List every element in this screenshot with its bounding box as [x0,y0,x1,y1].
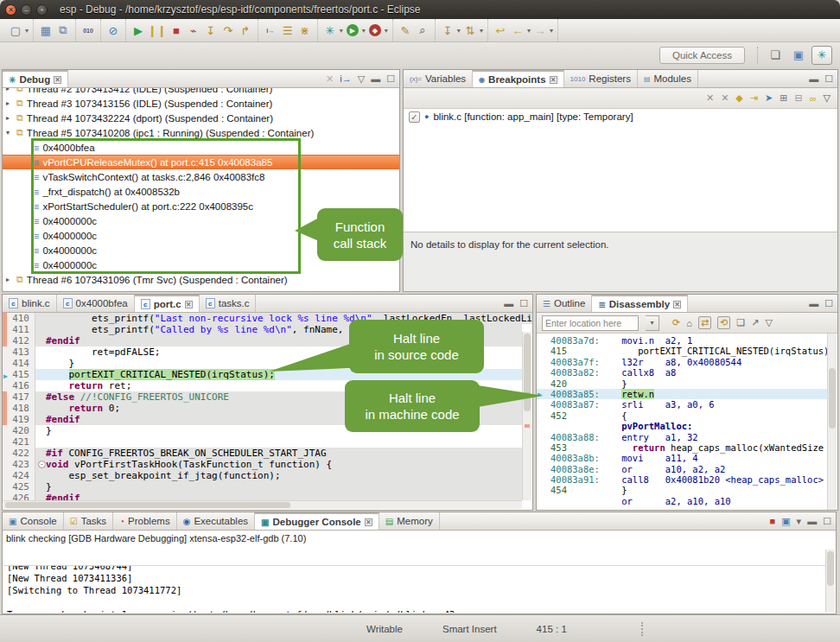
skip-all-icon[interactable]: ➤ [765,92,773,104]
debug-dropdown-icon[interactable]: ▾ [340,27,343,35]
tab-variables[interactable]: (x)=Variables [404,70,473,87]
disassembly-row[interactable]: 40083a87: srli a3, a0, 6 [537,399,828,410]
remove-breakpoint-icon[interactable]: ✕ [706,92,714,104]
save-icon[interactable]: ▦ [38,22,54,39]
debug-icon[interactable]: ✳ [322,22,338,39]
terminate-icon[interactable]: ■ [169,22,184,39]
disconnect-icon[interactable]: ⌁ [186,22,201,39]
line-number[interactable]: 413 [3,346,35,358]
stack-frame-row[interactable]: ≡0x4000bfea [3,140,399,155]
add-bookmark-icon[interactable]: ↧ [440,22,455,39]
expand-all-icon[interactable]: ⊞ [780,92,787,104]
code-line-422[interactable]: 422#if CONFIG_FREERTOS_BREAK_ON_SCHEDULE… [3,448,522,459]
disassembly-row[interactable]: 40083a8b: movi a11, 4 [537,453,828,463]
cpp-perspective-icon[interactable]: ▣ [788,46,809,65]
disassembly-row[interactable]: or a2, a10, a10 [537,496,828,506]
disassembly-listing[interactable]: 40083a7d: movi.n a2, 1415 portEXIT_CRITI… [537,335,828,506]
view-menu-icon[interactable]: ▽ [824,92,830,104]
stack-frame-row[interactable]: ≡vTaskSwitchContext() at tasks.c:2,846 0… [3,169,399,184]
code-line-425[interactable]: 425} [3,481,522,493]
suspend-icon[interactable]: ❙❙ [148,22,167,39]
tab-debug[interactable]: ✳ Debug ✕ [3,70,68,87]
disassembly-row[interactable]: 40083a8e: or a10, a2, a2 [537,464,828,474]
step-into-icon[interactable]: ↧ [203,22,219,39]
maximize-window-icon[interactable]: + [36,4,48,16]
tab-tasks[interactable]: ☑Tasks [64,512,113,530]
search-icon[interactable]: ⌕ [415,22,430,39]
tab-executables[interactable]: ◉Executables [177,512,255,530]
home-icon[interactable]: ⌂ [686,318,692,328]
open-new-view-icon[interactable]: ❏ [736,317,745,328]
new-dropdown-icon[interactable]: ▾ [25,27,29,35]
tab-blink-c[interactable]: cblink.c [3,295,57,312]
close-icon[interactable]: ✕ [365,518,372,526]
line-number[interactable]: 410 [3,313,35,324]
debug-perspective-icon[interactable]: ✳ [811,46,832,65]
close-icon[interactable]: ✕ [673,301,681,308]
breakpoint-item[interactable]: ✓ ● blink.c [function: app_main] [type: … [404,109,837,124]
remove-all-terminated-icon[interactable]: ✕ [326,73,334,85]
disassembly-row[interactable]: 40083a82: callx8 a8 [537,367,828,378]
view-menu-icon[interactable]: ▽ [765,317,772,328]
link-with-debug-icon[interactable]: ∞ [810,93,817,104]
thread-row[interactable]: ▸⧉Thread #2 1073413412 (IDLE) (Suspended… [3,88,399,96]
maximize-icon[interactable]: ☐ [519,298,528,309]
binary-icon[interactable]: 010 [80,22,96,39]
disassembly-row[interactable]: 452 { [537,410,828,421]
add-bookmark-dropdown-icon[interactable]: ▾ [457,27,461,35]
code-line-421[interactable]: 421 [3,436,522,448]
track-expression-icon[interactable]: ⟲ [717,316,730,329]
run-dropdown-icon[interactable]: ▾ [362,27,366,35]
code-line-423[interactable]: 423-void vPortFirstTaskHook(TaskFunction… [3,459,522,470]
thread-row[interactable]: ▸⧉Thread #3 1073413156 (IDLE) (Suspended… [3,96,399,111]
show-breakpoints-for-icon[interactable]: ◆ [735,92,742,104]
forward-dropdown-icon[interactable]: ▾ [550,27,553,35]
line-number[interactable]: 424 [3,470,35,481]
disassembly-row[interactable]: 415 portEXIT_CRITICAL_NESTED(irqStatus) [537,346,828,356]
disassembly-scrollbar[interactable] [827,334,837,510]
close-window-icon[interactable]: ✕ [5,4,16,16]
refresh-icon[interactable]: ⟳ [672,317,680,328]
line-number[interactable]: 420 [3,425,35,436]
last-edit-location-icon[interactable]: ↩ [493,22,508,39]
disassembly-row[interactable]: 40083a88: entry a1, 32 [537,432,828,442]
code-line-424[interactable]: 424 esp_set_breakpoint_if_jtag(function)… [3,470,522,481]
console-scrollbar[interactable] [825,550,835,613]
disassembly-row[interactable]: ▶40083a85: retw.n [537,389,828,399]
minimize-icon[interactable]: ▬ [809,73,818,84]
skip-all-breakpoints-icon[interactable]: ⊘ [105,22,121,39]
maximize-icon[interactable]: ☐ [824,73,833,85]
tab-problems[interactable]: ◔Problems [113,512,177,530]
collapse-all-icon[interactable]: ⊟ [794,92,802,104]
show-source-icon[interactable]: ⇄ [698,316,711,329]
tab-debugger-console[interactable]: ▣Debugger Console✕ [255,512,379,530]
run-icon[interactable]: ▶ [345,22,360,39]
quick-access-button[interactable]: Quick Access [659,47,745,64]
close-icon[interactable]: ✕ [54,76,61,84]
line-number[interactable]: 425 [3,481,35,493]
step-over-icon[interactable]: ↷ [220,22,236,39]
console-dropdown-icon[interactable]: ▾ [797,516,802,527]
disassembly-row[interactable]: 420 } [537,378,828,389]
maximize-icon[interactable]: ☐ [386,73,395,85]
disassembly-row[interactable]: 453 return heap_caps_malloc(xWantedSize [537,442,828,453]
thread-row[interactable]: ▾⧉Thread #5 1073410208 (ipc1 : Running) … [3,125,399,140]
stack-frame-row[interactable]: ≡_frxt_dispatch() at 0x4008532b [3,184,399,199]
minimize-icon[interactable]: ▬ [809,298,818,308]
line-number[interactable]: 421 [3,436,35,448]
stack-frame-row[interactable]: ≡vPortCPUReleaseMutex() at port.c:415 0x… [3,155,399,169]
terminate-icon[interactable]: ■ [770,516,776,526]
disassembly-row[interactable]: 40083a7d: movi.n a2, 1 [537,335,828,346]
line-number[interactable]: 419 [3,414,35,425]
use-step-filters-icon[interactable]: ⋇ [297,22,313,39]
tab-memory[interactable]: ▤Memory [379,512,440,530]
go-to-file-icon[interactable]: ⇥ [750,92,758,104]
step-return-icon[interactable]: ↱ [238,22,253,39]
add-task-dropdown-icon[interactable]: ▾ [480,27,483,35]
tab-modules[interactable]: ▤Modules [638,70,698,87]
save-all-icon[interactable]: ⧉ [55,22,71,39]
profile-icon[interactable]: ◆ [367,22,383,39]
drop-to-frame-icon[interactable]: ☰ [280,22,296,39]
new-icon[interactable]: ▢ [8,22,23,39]
editor-vertical-scrollbar[interactable] [522,332,531,500]
